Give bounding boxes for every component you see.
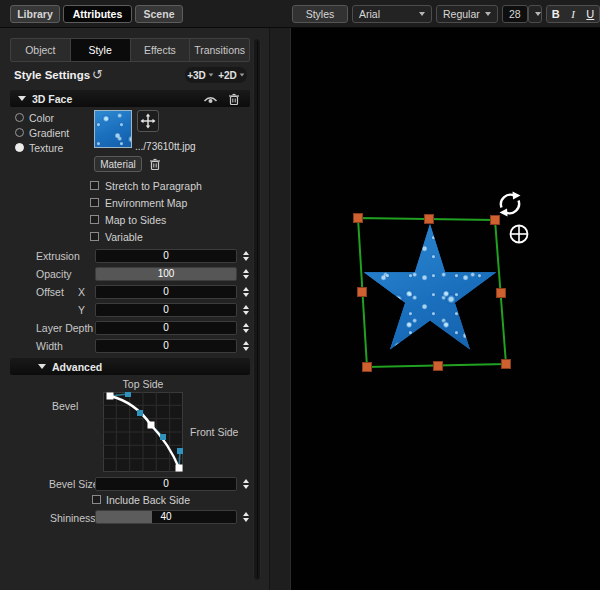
face-section-header[interactable]: 3D Face — [10, 90, 250, 107]
application-window: Library Attributes Scene Styles Arial Re… — [0, 0, 600, 590]
checkbox-variable[interactable] — [90, 232, 99, 241]
opacity-stepper[interactable] — [240, 267, 251, 281]
texture-thumbnail[interactable] — [94, 110, 132, 148]
add-3d-label: +3D — [187, 70, 206, 81]
bold-button[interactable]: B — [547, 6, 564, 22]
texture-move-button[interactable] — [137, 110, 159, 132]
move-arrows-icon — [140, 113, 156, 129]
font-size-dropdown[interactable] — [528, 5, 542, 23]
handle-top-middle[interactable] — [425, 215, 434, 224]
font-style-value: Regular — [443, 8, 480, 20]
collapse-triangle-icon[interactable] — [18, 96, 26, 101]
chevron-down-icon — [419, 12, 425, 16]
offset-x-stepper[interactable] — [240, 285, 251, 299]
shininess-stepper[interactable] — [240, 510, 251, 524]
offset-y-field[interactable]: 0 — [95, 303, 237, 317]
add-style-group: +3D +2D — [185, 67, 247, 83]
checkbox-stretch-to-paragraph[interactable] — [90, 181, 99, 190]
tab-effects[interactable]: Effects — [131, 39, 191, 61]
face-section-title: 3D Face — [32, 93, 72, 105]
bevel-size-label: Bevel Size — [49, 478, 99, 490]
layer-depth-stepper[interactable] — [240, 321, 251, 335]
handle-bottom-middle[interactable] — [434, 362, 443, 371]
handle-bottom-right[interactable] — [502, 360, 511, 369]
bevel-size-field[interactable]: 0 — [95, 477, 237, 491]
offset-x-field[interactable]: 0 — [95, 285, 237, 299]
tab-object[interactable]: Object — [11, 39, 71, 61]
checkbox-map-to-sides-label: Map to Sides — [105, 214, 166, 226]
radio-gradient-label: Gradient — [29, 127, 69, 139]
tab-attributes[interactable]: Attributes — [63, 5, 132, 23]
delete-face-trash-icon[interactable] — [228, 93, 240, 105]
checkbox-environment-map-label: Environment Map — [105, 197, 187, 209]
checkbox-map-to-sides[interactable] — [90, 215, 99, 224]
width-label: Width — [36, 340, 63, 352]
reset-icon[interactable]: ↺ — [92, 67, 103, 82]
chevron-down-icon — [535, 12, 541, 16]
layer-depth-label: Layer Depth — [36, 322, 93, 334]
add-2d-button[interactable]: +2D — [218, 70, 245, 81]
italic-button[interactable]: I — [564, 6, 581, 22]
handle-right-middle[interactable] — [497, 289, 506, 298]
offset-y-label: Y — [78, 304, 85, 316]
radio-texture[interactable] — [15, 143, 24, 152]
checkbox-include-back-side-label: Include Back Side — [106, 494, 190, 506]
checkbox-variable-label: Variable — [105, 231, 143, 243]
width-field[interactable]: 0 — [95, 339, 237, 353]
offset-y-stepper[interactable] — [240, 303, 251, 317]
underline-button[interactable]: U — [582, 6, 599, 22]
handle-top-left[interactable] — [354, 214, 363, 223]
attributes-panel: Object Style Effects Transitions Style S… — [0, 28, 270, 590]
width-stepper[interactable] — [240, 339, 251, 353]
bevel-label: Bevel — [52, 400, 78, 412]
canvas-viewport[interactable] — [290, 28, 600, 590]
bevel-curve-editor[interactable] — [103, 392, 183, 472]
panel-tab-bar: Object Style Effects Transitions — [10, 38, 250, 62]
chevron-down-icon — [485, 12, 491, 16]
advanced-section-title: Advanced — [52, 361, 102, 373]
tab-scene[interactable]: Scene — [135, 5, 183, 23]
trackball-rotate-icon[interactable] — [511, 226, 528, 243]
advanced-section-header[interactable]: Advanced — [10, 358, 250, 375]
panel-scrollbar[interactable] — [253, 38, 261, 581]
radio-color[interactable] — [15, 113, 24, 122]
extrusion-label: Extrusion — [36, 250, 80, 262]
extrusion-field[interactable]: 0 — [95, 249, 237, 263]
font-size-field[interactable]: 28 — [502, 5, 528, 23]
shininess-label: Shininess — [50, 512, 96, 524]
visibility-eye-icon[interactable] — [203, 94, 218, 104]
material-button[interactable]: Material — [94, 156, 142, 172]
selection-overlay — [291, 28, 600, 590]
radio-color-label: Color — [29, 112, 54, 124]
bevel-size-stepper[interactable] — [240, 477, 251, 491]
checkbox-include-back-side[interactable] — [92, 495, 101, 504]
handle-bottom-left[interactable] — [363, 363, 372, 372]
selection-handles[interactable] — [354, 214, 511, 372]
selection-bounding-box[interactable] — [358, 218, 506, 367]
handle-top-right[interactable] — [491, 216, 500, 225]
tab-style[interactable]: Style — [71, 39, 131, 61]
top-side-label: Top Side — [103, 378, 183, 390]
opacity-label: Opacity — [36, 268, 72, 280]
rotate-icon[interactable] — [500, 192, 521, 217]
chevron-down-icon — [208, 73, 213, 76]
extrusion-stepper[interactable] — [240, 249, 251, 263]
front-side-label: Front Side — [190, 426, 238, 438]
top-toolbar: Library Attributes Scene Styles Arial Re… — [0, 0, 600, 28]
tab-library[interactable]: Library — [10, 5, 60, 23]
opacity-field[interactable]: 100 — [95, 267, 237, 281]
font-family-dropdown[interactable]: Arial — [352, 5, 432, 23]
delete-texture-trash-icon[interactable] — [149, 158, 161, 170]
font-style-dropdown[interactable]: Regular — [436, 5, 498, 23]
collapse-triangle-icon[interactable] — [38, 364, 46, 369]
add-3d-button[interactable]: +3D — [187, 70, 214, 81]
checkbox-environment-map[interactable] — [90, 198, 99, 207]
tab-transitions[interactable]: Transitions — [190, 39, 249, 61]
shininess-slider[interactable]: 40 — [95, 510, 237, 524]
radio-texture-label: Texture — [29, 142, 63, 154]
styles-button[interactable]: Styles — [292, 5, 348, 23]
shininess-fill — [96, 511, 152, 523]
handle-left-middle[interactable] — [358, 288, 367, 297]
radio-gradient[interactable] — [15, 128, 24, 137]
layer-depth-field[interactable]: 0 — [95, 321, 237, 335]
